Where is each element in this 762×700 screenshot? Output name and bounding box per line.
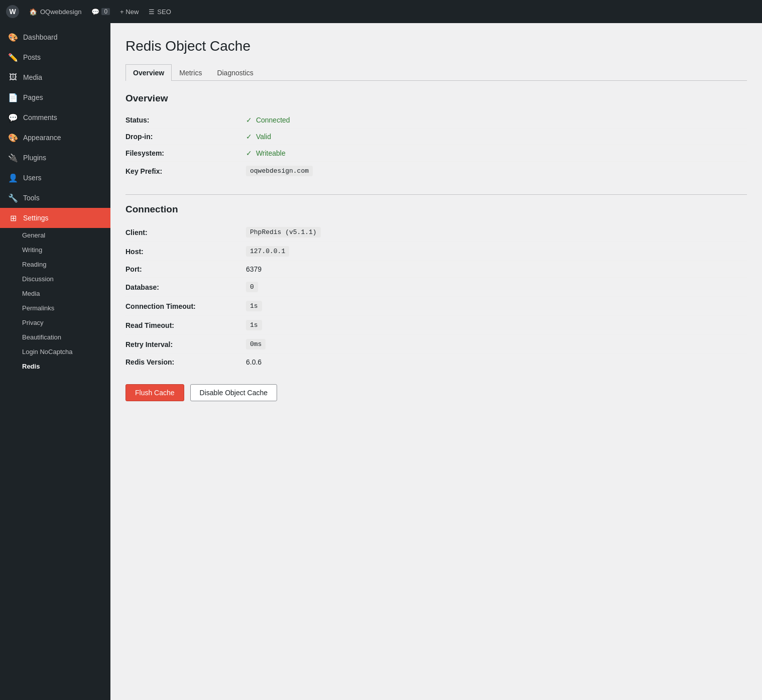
host-label: Host: — [125, 248, 246, 256]
filesystem-value: ✓ Writeable — [246, 149, 747, 157]
sidebar-menu-item-users[interactable]: 👤 Users — [0, 168, 110, 188]
settings-submenu: General Writing Reading Discussion Media… — [0, 228, 110, 374]
dropin-label: Drop-in: — [125, 133, 246, 141]
sidebar-menu-item-media[interactable]: 🖼 Media — [0, 67, 110, 87]
admin-sidebar: 🎨 Dashboard ✏️ Posts 🖼 Media 📄 Pages 💬 C… — [0, 23, 110, 700]
status-row: Status: ✓ Connected — [125, 112, 747, 129]
appearance-icon: 🎨 — [8, 133, 18, 143]
pages-icon: 📄 — [8, 92, 18, 102]
status-label: Status: — [125, 116, 246, 124]
users-icon: 👤 — [8, 173, 18, 183]
home-icon: 🏠 — [29, 8, 37, 16]
sidebar-menu-item-pages[interactable]: 📄 Pages — [0, 87, 110, 107]
client-label: Client: — [125, 228, 246, 237]
site-name[interactable]: 🏠 OQwebdesign — [29, 8, 81, 16]
client-row: Client: PhpRedis (v5.1.1) — [125, 223, 747, 242]
sidebar-menu-item-comments[interactable]: 💬 Comments — [0, 107, 110, 128]
dropin-row: Drop-in: ✓ Valid — [125, 129, 747, 145]
sidebar-menu-item-plugins[interactable]: 🔌 Plugins — [0, 148, 110, 168]
sidebar-item-reading[interactable]: Reading — [0, 257, 110, 272]
connection-section-title: Connection — [125, 204, 747, 215]
key-prefix-value: oqwebdesign.com — [246, 166, 747, 176]
filesystem-label: Filesystem: — [125, 149, 246, 157]
wp-logo[interactable]: W — [6, 5, 19, 18]
host-value: 127.0.0.1 — [246, 246, 747, 257]
tab-overview[interactable]: Overview — [125, 64, 172, 81]
new-content-link[interactable]: + New — [120, 8, 139, 16]
posts-icon: ✏️ — [8, 52, 18, 62]
connection-section: Connection Client: PhpRedis (v5.1.1) Hos… — [125, 204, 747, 370]
settings-icon: ⊞ — [8, 213, 18, 223]
database-label: Database: — [125, 283, 246, 291]
port-value: 6379 — [246, 265, 747, 273]
key-prefix-label: Key Prefix: — [125, 167, 246, 175]
database-row: Database: 0 — [125, 278, 747, 297]
retry-interval-row: Retry Interval: 0ms — [125, 335, 747, 354]
port-row: Port: 6379 — [125, 261, 747, 278]
check-icon-dropin: ✓ — [246, 133, 252, 141]
sidebar-item-general[interactable]: General — [0, 228, 110, 243]
redis-version-row: Redis Version: 6.0.6 — [125, 354, 747, 370]
tab-bar: Overview Metrics Diagnostics — [125, 64, 747, 81]
host-row: Host: 127.0.0.1 — [125, 242, 747, 261]
dashboard-icon: 🎨 — [8, 32, 18, 42]
connection-timeout-value: 1s — [246, 301, 747, 311]
wp-logo-icon: W — [6, 5, 19, 18]
sidebar-menu-item-dashboard[interactable]: 🎨 Dashboard — [0, 27, 110, 47]
tab-metrics[interactable]: Metrics — [172, 64, 209, 81]
check-icon-filesystem: ✓ — [246, 149, 252, 157]
media-icon: 🖼 — [8, 72, 18, 82]
retry-interval-value: 0ms — [246, 339, 747, 349]
sidebar-menu-item-posts[interactable]: ✏️ Posts — [0, 47, 110, 67]
comments-menu-icon: 💬 — [8, 112, 18, 123]
sidebar-item-redis[interactable]: Redis — [0, 359, 110, 374]
filesystem-row: Filesystem: ✓ Writeable — [125, 145, 747, 162]
check-icon-status: ✓ — [246, 116, 252, 124]
retry-interval-label: Retry Interval: — [125, 340, 246, 348]
connection-timeout-row: Connection Timeout: 1s — [125, 297, 747, 316]
sidebar-menu-item-settings[interactable]: ⊞ Settings — [0, 208, 110, 228]
flush-cache-button[interactable]: Flush Cache — [125, 384, 184, 401]
comment-icon: 💬 — [91, 8, 99, 16]
page-title: Redis Object Cache — [125, 38, 747, 54]
status-value: ✓ Connected — [246, 116, 747, 124]
redis-version-value: 6.0.6 — [246, 358, 747, 366]
overview-section: Overview Status: ✓ Connected Drop-in: ✓ … — [125, 93, 747, 180]
dropin-value: ✓ Valid — [246, 133, 747, 141]
tools-icon: 🔧 — [8, 193, 18, 203]
disable-object-cache-button[interactable]: Disable Object Cache — [190, 384, 277, 401]
main-content: Redis Object Cache Overview Metrics Diag… — [110, 23, 762, 700]
admin-bar: W 🏠 OQwebdesign 💬 0 + New ☰ SEO — [0, 0, 762, 23]
section-divider — [125, 194, 747, 195]
overview-section-title: Overview — [125, 93, 747, 104]
sidebar-item-discussion[interactable]: Discussion — [0, 272, 110, 286]
action-buttons: Flush Cache Disable Object Cache — [125, 384, 747, 401]
read-timeout-value: 1s — [246, 320, 747, 330]
sidebar-item-writing[interactable]: Writing — [0, 243, 110, 257]
client-value: PhpRedis (v5.1.1) — [246, 227, 747, 238]
sidebar-item-media[interactable]: Media — [0, 286, 110, 301]
key-prefix-row: Key Prefix: oqwebdesign.com — [125, 162, 747, 180]
sidebar-item-permalinks[interactable]: Permalinks — [0, 301, 110, 315]
plugins-icon: 🔌 — [8, 153, 18, 163]
redis-version-label: Redis Version: — [125, 358, 246, 366]
tab-diagnostics[interactable]: Diagnostics — [209, 64, 261, 81]
seo-link[interactable]: ☰ SEO — [149, 8, 171, 16]
sidebar-item-privacy[interactable]: Privacy — [0, 315, 110, 330]
seo-icon: ☰ — [149, 8, 155, 16]
port-label: Port: — [125, 265, 246, 273]
sidebar-menu-item-appearance[interactable]: 🎨 Appearance — [0, 128, 110, 148]
read-timeout-row: Read Timeout: 1s — [125, 316, 747, 335]
connection-timeout-label: Connection Timeout: — [125, 302, 246, 310]
sidebar-item-login-nocaptcha[interactable]: Login NoCaptcha — [0, 344, 110, 359]
read-timeout-label: Read Timeout: — [125, 321, 246, 329]
comments-link[interactable]: 💬 0 — [91, 8, 110, 16]
sidebar-item-beautification[interactable]: Beautification — [0, 330, 110, 344]
new-label: + New — [120, 8, 139, 16]
sidebar-menu-item-tools[interactable]: 🔧 Tools — [0, 188, 110, 208]
database-value: 0 — [246, 282, 747, 292]
